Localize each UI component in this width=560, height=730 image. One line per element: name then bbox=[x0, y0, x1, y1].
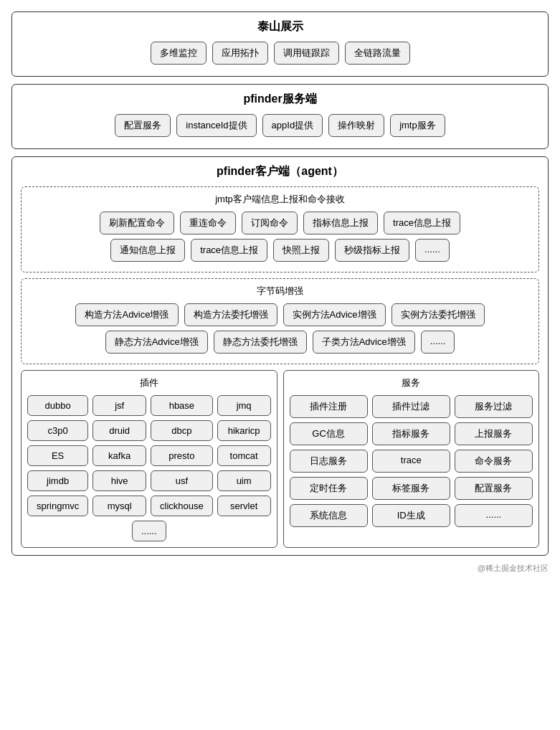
btn-jsf[interactable]: jsf bbox=[92, 395, 146, 416]
plugins-title: 插件 bbox=[27, 376, 271, 389]
btn-tomcat[interactable]: tomcat bbox=[217, 445, 271, 466]
btn-上报服务[interactable]: 上报服务 bbox=[455, 422, 533, 445]
btn-servlet[interactable]: servlet bbox=[217, 496, 271, 516]
jmtp-section: jmtp客户端信息上报和命令接收 刷新配置命令 重连命令 订阅命令 指标信息上报… bbox=[21, 186, 539, 272]
btn-配置服务2[interactable]: 配置服务 bbox=[455, 477, 533, 500]
jmtp-title: jmtp客户端信息上报和命令接收 bbox=[29, 193, 531, 206]
bytecode-row1: 构造方法Advice增强 构造方法委托增强 实例方法Advice增强 实例方法委… bbox=[29, 303, 531, 326]
btn-hikaricp[interactable]: hikaricp bbox=[217, 420, 271, 441]
btn-指标服务[interactable]: 指标服务 bbox=[372, 422, 450, 445]
btn-instanceId提供[interactable]: instanceId提供 bbox=[176, 114, 256, 137]
btn-定时任务[interactable]: 定时任务 bbox=[290, 477, 368, 500]
btn-子类方法Advice增强[interactable]: 子类方法Advice增强 bbox=[313, 331, 415, 354]
btn-kafka[interactable]: kafka bbox=[92, 445, 146, 466]
services-grid: 插件注册 插件过滤 服务过滤 GC信息 指标服务 上报服务 日志服务 trace… bbox=[290, 395, 533, 527]
btn-静态方法委托增强[interactable]: 静态方法委托增强 bbox=[214, 331, 307, 354]
btn-日志服务[interactable]: 日志服务 bbox=[290, 450, 368, 473]
pfinder-client-title: pfinder客户端（agent） bbox=[21, 164, 539, 179]
btn-springmvc[interactable]: springmvc bbox=[27, 496, 88, 516]
btn-刷新配置命令[interactable]: 刷新配置命令 bbox=[100, 212, 174, 234]
jmtp-row2: 通知信息上报 trace信息上报 快照上报 秒级指标上报 ...... bbox=[29, 239, 531, 262]
btn-全链路流量[interactable]: 全链路流量 bbox=[345, 42, 410, 65]
btn-dubbo[interactable]: dubbo bbox=[27, 395, 88, 416]
btn-jmq[interactable]: jmq bbox=[217, 395, 271, 416]
btn-dbcp[interactable]: dbcp bbox=[151, 420, 213, 441]
btn-jmtp-more[interactable]: ...... bbox=[415, 239, 450, 262]
taishan-title: 泰山展示 bbox=[21, 19, 539, 34]
btn-系统信息[interactable]: 系统信息 bbox=[290, 504, 368, 527]
pfinder-client-section: pfinder客户端（agent） jmtp客户端信息上报和命令接收 刷新配置命… bbox=[11, 156, 549, 556]
btn-构造方法Advice增强[interactable]: 构造方法Advice增强 bbox=[75, 303, 178, 326]
pfinder-server-title: pfinder服务端 bbox=[21, 92, 539, 107]
btn-服务过滤[interactable]: 服务过滤 bbox=[455, 395, 533, 418]
btn-c3p0[interactable]: c3p0 bbox=[27, 420, 88, 441]
bytecode-title: 字节码增强 bbox=[29, 285, 531, 298]
btn-多维监控[interactable]: 多维监控 bbox=[151, 42, 207, 65]
btn-插件过滤[interactable]: 插件过滤 bbox=[372, 395, 450, 418]
btn-trace信息上报2[interactable]: trace信息上报 bbox=[191, 239, 267, 262]
pfinder-server-section: pfinder服务端 配置服务 instanceId提供 appId提供 操作映… bbox=[11, 84, 549, 149]
plugins-column: 插件 dubbo jsf hbase jmq c3p0 druid dbcp h… bbox=[21, 370, 277, 548]
pfinder-server-buttons: 配置服务 instanceId提供 appId提供 操作映射 jmtp服务 bbox=[21, 114, 539, 137]
btn-静态方法Advice增强[interactable]: 静态方法Advice增强 bbox=[105, 331, 208, 354]
btn-快照上报[interactable]: 快照上报 bbox=[273, 239, 329, 262]
btn-trace信息上报[interactable]: trace信息上报 bbox=[384, 212, 460, 234]
btn-presto[interactable]: presto bbox=[151, 445, 213, 466]
btn-重连命令[interactable]: 重连命令 bbox=[180, 212, 236, 234]
services-title: 服务 bbox=[290, 376, 533, 389]
btn-操作映射[interactable]: 操作映射 bbox=[328, 114, 384, 137]
btn-配置服务[interactable]: 配置服务 bbox=[115, 114, 171, 137]
taishan-section: 泰山展示 多维监控 应用拓扑 调用链跟踪 全链路流量 bbox=[11, 11, 549, 77]
btn-druid[interactable]: druid bbox=[92, 420, 146, 441]
btn-构造方法委托增强[interactable]: 构造方法委托增强 bbox=[184, 303, 277, 326]
footer: @稀土掘金技术社区 bbox=[11, 563, 549, 574]
taishan-buttons: 多维监控 应用拓扑 调用链跟踪 全链路流量 bbox=[21, 42, 539, 65]
btn-指标信息上报[interactable]: 指标信息上报 bbox=[303, 212, 378, 234]
btn-调用链跟踪[interactable]: 调用链跟踪 bbox=[274, 42, 339, 65]
btn-jmtp服务[interactable]: jmtp服务 bbox=[390, 114, 445, 137]
jmtp-row1: 刷新配置命令 重连命令 订阅命令 指标信息上报 trace信息上报 bbox=[29, 212, 531, 234]
plugins-grid: dubbo jsf hbase jmq c3p0 druid dbcp hika… bbox=[27, 395, 271, 516]
plugin-service-section: 插件 dubbo jsf hbase jmq c3p0 druid dbcp h… bbox=[21, 370, 539, 548]
btn-hbase[interactable]: hbase bbox=[151, 395, 213, 416]
btn-应用拓扑[interactable]: 应用拓扑 bbox=[212, 42, 268, 65]
btn-services-more[interactable]: ...... bbox=[455, 504, 533, 527]
btn-trace[interactable]: trace bbox=[372, 450, 450, 473]
btn-插件注册[interactable]: 插件注册 bbox=[290, 395, 368, 418]
btn-ID生成[interactable]: ID生成 bbox=[372, 504, 450, 527]
btn-命令服务[interactable]: 命令服务 bbox=[455, 450, 533, 473]
btn-实例方法委托增强[interactable]: 实例方法委托增强 bbox=[391, 303, 485, 326]
btn-hive[interactable]: hive bbox=[92, 470, 146, 491]
btn-jimdb[interactable]: jimdb bbox=[27, 470, 88, 491]
bytecode-row2: 静态方法Advice增强 静态方法委托增强 子类方法Advice增强 .....… bbox=[29, 331, 531, 354]
btn-秒级指标上报[interactable]: 秒级指标上报 bbox=[335, 239, 409, 262]
btn-订阅命令[interactable]: 订阅命令 bbox=[242, 212, 298, 234]
btn-GC信息[interactable]: GC信息 bbox=[290, 422, 368, 445]
btn-uim[interactable]: uim bbox=[217, 470, 271, 491]
btn-plugins-more[interactable]: ...... bbox=[132, 521, 166, 541]
btn-appId提供[interactable]: appId提供 bbox=[262, 114, 323, 137]
btn-标签服务[interactable]: 标签服务 bbox=[372, 477, 450, 500]
btn-usf[interactable]: usf bbox=[151, 470, 213, 491]
btn-实例方法Advice增强[interactable]: 实例方法Advice增强 bbox=[283, 303, 386, 326]
btn-bytecode-more[interactable]: ...... bbox=[421, 331, 455, 354]
services-column: 服务 插件注册 插件过滤 服务过滤 GC信息 指标服务 上报服务 日志服务 tr… bbox=[283, 370, 540, 548]
btn-clickhouse[interactable]: clickhouse bbox=[151, 496, 213, 516]
btn-ES[interactable]: ES bbox=[27, 445, 88, 466]
btn-通知信息上报[interactable]: 通知信息上报 bbox=[110, 239, 185, 262]
btn-mysql[interactable]: mysql bbox=[92, 496, 146, 516]
bytecode-section: 字节码增强 构造方法Advice增强 构造方法委托增强 实例方法Advice增强… bbox=[21, 278, 539, 364]
